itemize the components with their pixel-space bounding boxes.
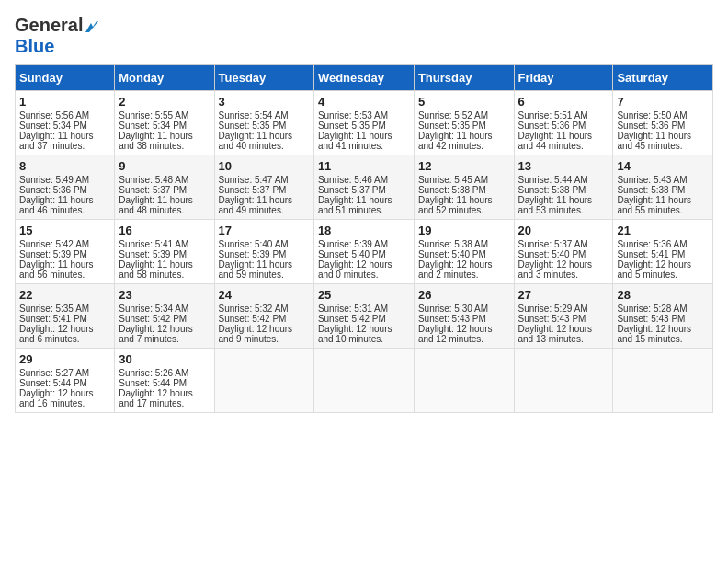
page-header: General Blue <box>15 15 713 57</box>
day-info: Sunrise: 5:44 AMSunset: 5:38 PMDaylight:… <box>518 175 593 215</box>
calendar-cell: 16Sunrise: 5:41 AMSunset: 5:39 PMDayligh… <box>115 220 214 284</box>
calendar-cell: 8Sunrise: 5:49 AMSunset: 5:36 PMDaylight… <box>16 155 115 220</box>
day-info: Sunrise: 5:36 AMSunset: 5:41 PMDaylight:… <box>617 239 691 280</box>
weekday-header-wednesday: Wednesday <box>313 65 414 91</box>
logo-blue: Blue <box>15 36 54 56</box>
day-number: 27 <box>518 288 609 302</box>
day-info: Sunrise: 5:41 AMSunset: 5:39 PMDaylight:… <box>119 239 193 280</box>
calendar-cell: 27Sunrise: 5:29 AMSunset: 5:43 PMDayligh… <box>514 284 613 349</box>
day-info: Sunrise: 5:28 AMSunset: 5:43 PMDaylight:… <box>617 304 691 344</box>
calendar-cell: 15Sunrise: 5:42 AMSunset: 5:39 PMDayligh… <box>16 220 115 284</box>
day-number: 9 <box>119 159 210 173</box>
day-number: 24 <box>219 288 310 302</box>
day-info: Sunrise: 5:51 AMSunset: 5:36 PMDaylight:… <box>518 110 593 151</box>
day-number: 5 <box>418 95 510 109</box>
calendar-cell: 20Sunrise: 5:37 AMSunset: 5:40 PMDayligh… <box>514 220 613 284</box>
day-number: 12 <box>418 159 510 173</box>
calendar-week-row: 15Sunrise: 5:42 AMSunset: 5:39 PMDayligh… <box>16 220 713 284</box>
day-number: 18 <box>318 224 410 237</box>
day-info: Sunrise: 5:39 AMSunset: 5:40 PMDaylight:… <box>318 239 392 280</box>
day-number: 8 <box>19 159 110 173</box>
day-number: 26 <box>418 288 510 302</box>
calendar-cell: 10Sunrise: 5:47 AMSunset: 5:37 PMDayligh… <box>214 155 313 220</box>
day-number: 16 <box>119 224 210 237</box>
calendar-cell: 2Sunrise: 5:55 AMSunset: 5:34 PMDaylight… <box>115 91 214 155</box>
calendar-cell <box>214 349 313 413</box>
calendar-cell: 23Sunrise: 5:34 AMSunset: 5:42 PMDayligh… <box>115 284 214 349</box>
weekday-header-friday: Friday <box>514 65 613 91</box>
day-info: Sunrise: 5:34 AMSunset: 5:42 PMDaylight:… <box>119 304 193 344</box>
day-number: 6 <box>518 95 609 109</box>
calendar-cell <box>514 349 613 413</box>
day-info: Sunrise: 5:48 AMSunset: 5:37 PMDaylight:… <box>119 175 193 215</box>
calendar-cell: 17Sunrise: 5:40 AMSunset: 5:39 PMDayligh… <box>214 220 313 284</box>
day-number: 25 <box>318 288 410 302</box>
svg-marker-0 <box>85 21 98 32</box>
day-info: Sunrise: 5:38 AMSunset: 5:40 PMDaylight:… <box>418 239 493 280</box>
day-info: Sunrise: 5:47 AMSunset: 5:37 PMDaylight:… <box>219 175 293 215</box>
day-info: Sunrise: 5:46 AMSunset: 5:37 PMDaylight:… <box>318 175 392 215</box>
day-info: Sunrise: 5:30 AMSunset: 5:43 PMDaylight:… <box>418 304 493 344</box>
calendar-cell: 6Sunrise: 5:51 AMSunset: 5:36 PMDaylight… <box>514 91 613 155</box>
day-number: 23 <box>119 288 210 302</box>
day-number: 7 <box>617 95 709 109</box>
weekday-header-monday: Monday <box>115 65 214 91</box>
weekday-header-sunday: Sunday <box>16 65 115 91</box>
calendar-week-row: 1Sunrise: 5:56 AMSunset: 5:34 PMDaylight… <box>16 91 713 155</box>
calendar-cell: 21Sunrise: 5:36 AMSunset: 5:41 PMDayligh… <box>613 220 713 284</box>
day-number: 30 <box>119 352 210 366</box>
day-info: Sunrise: 5:56 AMSunset: 5:34 PMDaylight:… <box>19 110 94 151</box>
calendar-header-row: SundayMondayTuesdayWednesdayThursdayFrid… <box>16 65 713 91</box>
day-info: Sunrise: 5:55 AMSunset: 5:34 PMDaylight:… <box>119 110 193 151</box>
day-number: 11 <box>318 159 410 173</box>
calendar-cell: 11Sunrise: 5:46 AMSunset: 5:37 PMDayligh… <box>313 155 414 220</box>
calendar-table: SundayMondayTuesdayWednesdayThursdayFrid… <box>15 64 713 413</box>
day-info: Sunrise: 5:31 AMSunset: 5:42 PMDaylight:… <box>318 304 392 344</box>
day-info: Sunrise: 5:49 AMSunset: 5:36 PMDaylight:… <box>19 175 94 215</box>
calendar-cell: 12Sunrise: 5:45 AMSunset: 5:38 PMDayligh… <box>414 155 514 220</box>
day-number: 2 <box>119 95 210 109</box>
day-info: Sunrise: 5:40 AMSunset: 5:39 PMDaylight:… <box>219 239 293 280</box>
day-number: 29 <box>19 352 110 366</box>
calendar-cell: 5Sunrise: 5:52 AMSunset: 5:35 PMDaylight… <box>414 91 514 155</box>
logo: General Blue <box>15 15 100 57</box>
calendar-cell: 7Sunrise: 5:50 AMSunset: 5:36 PMDaylight… <box>613 91 713 155</box>
calendar-cell: 14Sunrise: 5:43 AMSunset: 5:38 PMDayligh… <box>613 155 713 220</box>
weekday-header-saturday: Saturday <box>613 65 713 91</box>
calendar-cell: 1Sunrise: 5:56 AMSunset: 5:34 PMDaylight… <box>16 91 115 155</box>
calendar-cell: 4Sunrise: 5:53 AMSunset: 5:35 PMDaylight… <box>313 91 414 155</box>
calendar-cell: 29Sunrise: 5:27 AMSunset: 5:44 PMDayligh… <box>16 349 115 413</box>
calendar-cell: 24Sunrise: 5:32 AMSunset: 5:42 PMDayligh… <box>214 284 313 349</box>
calendar-cell: 13Sunrise: 5:44 AMSunset: 5:38 PMDayligh… <box>514 155 613 220</box>
calendar-week-row: 29Sunrise: 5:27 AMSunset: 5:44 PMDayligh… <box>16 349 713 413</box>
day-info: Sunrise: 5:35 AMSunset: 5:41 PMDaylight:… <box>19 304 94 344</box>
day-number: 17 <box>219 224 310 237</box>
day-info: Sunrise: 5:29 AMSunset: 5:43 PMDaylight:… <box>518 304 593 344</box>
day-number: 13 <box>518 159 609 173</box>
calendar-cell <box>613 349 713 413</box>
calendar-cell: 30Sunrise: 5:26 AMSunset: 5:44 PMDayligh… <box>115 349 214 413</box>
day-info: Sunrise: 5:50 AMSunset: 5:36 PMDaylight:… <box>617 110 691 151</box>
day-number: 28 <box>617 288 709 302</box>
day-number: 4 <box>318 95 410 109</box>
calendar-cell: 25Sunrise: 5:31 AMSunset: 5:42 PMDayligh… <box>313 284 414 349</box>
calendar-week-row: 22Sunrise: 5:35 AMSunset: 5:41 PMDayligh… <box>16 284 713 349</box>
day-number: 21 <box>617 224 709 237</box>
day-number: 19 <box>418 224 510 237</box>
day-info: Sunrise: 5:45 AMSunset: 5:38 PMDaylight:… <box>418 175 493 215</box>
calendar-cell: 3Sunrise: 5:54 AMSunset: 5:35 PMDaylight… <box>214 91 313 155</box>
weekday-header-tuesday: Tuesday <box>214 65 313 91</box>
calendar-cell: 18Sunrise: 5:39 AMSunset: 5:40 PMDayligh… <box>313 220 414 284</box>
day-info: Sunrise: 5:27 AMSunset: 5:44 PMDaylight:… <box>19 368 94 408</box>
calendar-cell: 28Sunrise: 5:28 AMSunset: 5:43 PMDayligh… <box>613 284 713 349</box>
calendar-cell: 22Sunrise: 5:35 AMSunset: 5:41 PMDayligh… <box>16 284 115 349</box>
day-number: 14 <box>617 159 709 173</box>
day-info: Sunrise: 5:42 AMSunset: 5:39 PMDaylight:… <box>19 239 94 280</box>
day-info: Sunrise: 5:26 AMSunset: 5:44 PMDaylight:… <box>119 368 193 408</box>
day-info: Sunrise: 5:52 AMSunset: 5:35 PMDaylight:… <box>418 110 493 151</box>
weekday-header-thursday: Thursday <box>414 65 514 91</box>
day-info: Sunrise: 5:37 AMSunset: 5:40 PMDaylight:… <box>518 239 593 280</box>
day-info: Sunrise: 5:43 AMSunset: 5:38 PMDaylight:… <box>617 175 691 215</box>
calendar-cell: 26Sunrise: 5:30 AMSunset: 5:43 PMDayligh… <box>414 284 514 349</box>
day-info: Sunrise: 5:32 AMSunset: 5:42 PMDaylight:… <box>219 304 293 344</box>
